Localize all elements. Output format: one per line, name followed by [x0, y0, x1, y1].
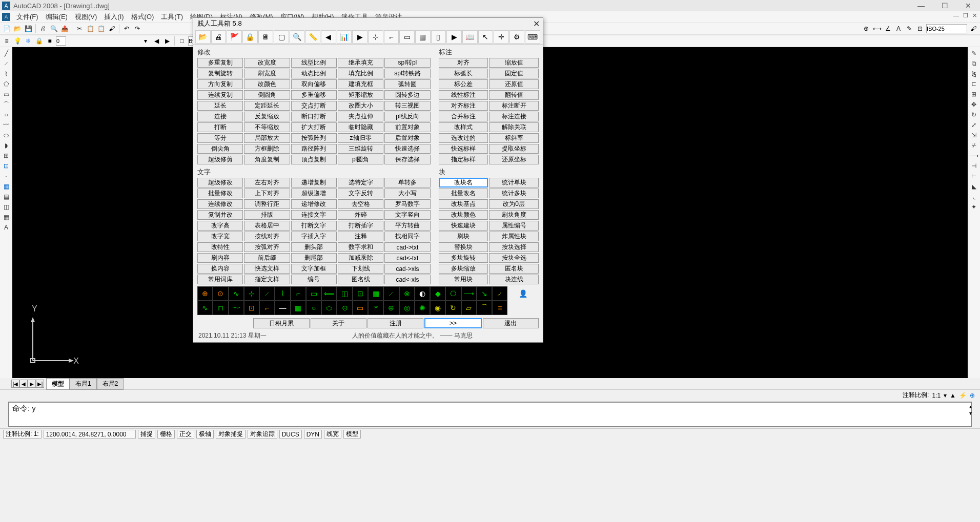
color-square-icon[interactable]: □: [177, 36, 187, 46]
text-button[interactable]: 调整行距: [244, 199, 290, 209]
preview-icon[interactable]: 🔍: [49, 24, 58, 33]
command-line[interactable]: 命令: y: [8, 402, 972, 427]
modify-button[interactable]: 改宽度: [244, 58, 290, 68]
strip-icon[interactable]: ≡: [492, 301, 507, 315]
xline-icon[interactable]: ⟋: [1, 59, 11, 68]
modify-button[interactable]: 填充比例: [338, 69, 383, 78]
status-ducs[interactable]: DUCS: [279, 430, 302, 439]
strip-icon[interactable]: ▱: [461, 301, 477, 315]
layer-freeze-icon[interactable]: ❄: [24, 36, 33, 46]
dt-open-icon[interactable]: 📂: [195, 30, 211, 44]
text-button[interactable]: 连接文字: [291, 210, 337, 220]
modify-button[interactable]: z轴归零: [338, 133, 383, 143]
text-button[interactable]: 编号: [291, 275, 337, 284]
array-icon[interactable]: ⊞: [969, 90, 979, 99]
redo-icon[interactable]: ↷: [133, 24, 142, 33]
text-button[interactable]: 刷内容: [197, 253, 243, 263]
text-button[interactable]: 换内容: [197, 264, 243, 274]
strip-icon[interactable]: ○: [306, 301, 321, 315]
text-button[interactable]: 大小写: [384, 189, 430, 198]
tab-next-icon[interactable]: ▶: [28, 380, 36, 388]
modify-button[interactable]: 扩大打断: [291, 122, 337, 132]
footer-btn-exit[interactable]: 退出: [483, 318, 539, 328]
strip-icon[interactable]: ⊹: [244, 286, 259, 301]
new-icon[interactable]: 📄: [2, 24, 11, 33]
status-grid[interactable]: 栅格: [157, 430, 175, 439]
text-button[interactable]: 按弧对齐: [244, 242, 290, 252]
dt-tab-icon[interactable]: ▭: [399, 30, 415, 44]
dim-button[interactable]: 改样式: [439, 122, 488, 132]
text-button[interactable]: 左右对齐: [244, 178, 290, 187]
modify-button[interactable]: 多重复制: [197, 58, 243, 68]
strip-icon[interactable]: ⊗: [399, 286, 415, 301]
strip-icon[interactable]: ʷ: [368, 301, 383, 315]
modify-button[interactable]: 矩形缩放: [338, 90, 383, 100]
text-button[interactable]: 上下对齐: [244, 189, 290, 198]
modify-button[interactable]: 转三视图: [384, 101, 430, 111]
text-button[interactable]: 连续修改: [197, 199, 243, 209]
strip-icon[interactable]: ◉: [430, 301, 445, 315]
block-button[interactable]: 按块全选: [489, 253, 539, 263]
dt-print-icon[interactable]: 🖨: [211, 30, 227, 44]
strip-icon[interactable]: ⬭: [321, 301, 337, 315]
text-button[interactable]: 排版: [244, 210, 290, 220]
block-button[interactable]: 改块基点: [439, 199, 488, 209]
modify-button[interactable]: 不等缩放: [244, 122, 290, 132]
region-icon[interactable]: ◫: [1, 202, 11, 212]
status-lwt[interactable]: 线宽: [324, 430, 341, 439]
layer-props-icon[interactable]: ≡: [2, 36, 11, 46]
move-icon[interactable]: ✥: [969, 100, 979, 109]
modify-button[interactable]: 快速选择: [384, 144, 430, 154]
anno-auto-icon[interactable]: ⊕: [970, 392, 975, 399]
extend-icon[interactable]: ⟶: [969, 151, 979, 160]
tab-first-icon[interactable]: |◀: [11, 380, 19, 388]
strip-icon[interactable]: ◫: [337, 286, 352, 301]
dim-button[interactable]: 缩放值: [489, 58, 539, 68]
modify-button[interactable]: 继承填充: [338, 58, 383, 68]
strip-icon[interactable]: ⌒: [477, 301, 492, 315]
mdi-minimize[interactable]: —: [953, 12, 959, 19]
block-button[interactable]: 多块缩放: [439, 264, 488, 274]
dialog-title-bar[interactable]: 贱人工具箱 5.8 ✕: [193, 18, 543, 29]
block-button[interactable]: 统计单块: [489, 178, 539, 187]
text-button[interactable]: 指定文样: [244, 275, 290, 284]
modify-button[interactable]: 超级修剪: [197, 155, 243, 164]
text-button[interactable]: 注释: [338, 232, 383, 241]
block-button[interactable]: 块连线: [489, 275, 539, 284]
modify-button[interactable]: 后置对象: [384, 133, 430, 143]
dt-arrow-left-icon[interactable]: ◀: [321, 30, 336, 44]
gradient-icon[interactable]: ▤: [1, 192, 11, 201]
dim-button[interactable]: 解除关联: [489, 122, 539, 132]
text-button[interactable]: 数字求和: [338, 242, 383, 252]
copy-icon[interactable]: 📋: [86, 24, 95, 33]
dt-ruler-icon[interactable]: 📏: [305, 30, 320, 44]
text-button[interactable]: 字插入字: [291, 232, 337, 241]
block-button[interactable]: 刷块: [439, 232, 488, 241]
text-button[interactable]: 单转多: [384, 178, 430, 187]
print-icon[interactable]: 🖨: [38, 24, 48, 33]
undo-icon[interactable]: ↶: [122, 24, 131, 33]
dim-button[interactable]: 对齐: [439, 58, 488, 68]
strip-icon[interactable]: ⊕: [383, 301, 399, 315]
text-button[interactable]: 删尾部: [291, 253, 337, 263]
text-button[interactable]: 改字宽: [197, 232, 243, 241]
tab-layout2[interactable]: 布局2: [97, 378, 124, 390]
cmd-scroll-down-icon[interactable]: ▾: [969, 410, 972, 416]
circle-icon[interactable]: ○: [1, 110, 11, 119]
text-button[interactable]: 选特定字: [338, 178, 383, 187]
dim-angular-icon[interactable]: ∠: [883, 24, 892, 33]
dt-flag-icon[interactable]: 🚩: [227, 30, 242, 44]
cut-icon[interactable]: ✂: [75, 24, 84, 33]
menu-file[interactable]: 文件(F): [13, 11, 42, 23]
anno-sync-icon[interactable]: ⚡: [959, 392, 967, 399]
modify-button[interactable]: 局部放大: [244, 133, 290, 143]
modify-button[interactable]: 角度复制: [244, 155, 290, 164]
brush-icon[interactable]: 🖌: [969, 24, 978, 33]
text-button[interactable]: 打断插字: [338, 221, 383, 231]
dim-button[interactable]: 快选标样: [439, 144, 488, 154]
status-dyn[interactable]: DYN: [304, 430, 322, 439]
strip-icon[interactable]: ⟋: [383, 286, 399, 301]
text-button[interactable]: 罗马数字: [384, 199, 430, 209]
status-polar[interactable]: 极轴: [196, 430, 214, 439]
dim-button[interactable]: 提取坐标: [489, 144, 539, 154]
